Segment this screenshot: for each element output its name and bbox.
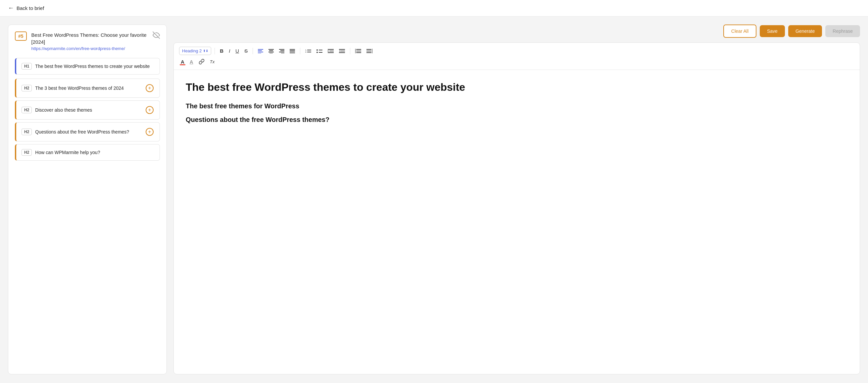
add-h2-button-2[interactable]: +	[145, 127, 154, 137]
right-panel: Clear All Save Generate Rephrase Heading…	[174, 25, 860, 374]
h2-outline-item: H2 How can WPMarmite help you?	[15, 144, 160, 161]
article-title: Best Free WordPress Themes: Choose your …	[31, 31, 148, 46]
svg-point-21	[316, 49, 318, 51]
h1-outline-item: H1 The best free WordPress themes to cre…	[15, 58, 160, 75]
article-url[interactable]: https://wpmarmite.com/en/free-wordpress-…	[31, 46, 125, 51]
save-button[interactable]: Save	[760, 25, 785, 37]
add-h2-button-1[interactable]: +	[145, 105, 154, 115]
outline-list: H1 The best free WordPress themes to cre…	[15, 58, 160, 161]
h2-outline-item: H2 Discover also these themes +	[15, 100, 160, 120]
indent-left-icon	[355, 49, 361, 53]
h2-group: H2 The 3 best free WordPress themes of 2…	[15, 79, 160, 161]
text-color-icon: A	[181, 59, 184, 65]
article-title-group: Best Free WordPress Themes: Choose your …	[31, 31, 148, 51]
italic-button[interactable]: I	[227, 47, 232, 55]
underline-icon: U	[236, 48, 239, 54]
indent-left-button[interactable]	[353, 48, 363, 54]
unordered-list-button[interactable]	[315, 48, 324, 54]
text-color-button[interactable]: A	[179, 58, 186, 66]
justify-button[interactable]	[288, 48, 297, 54]
h1-text: The best free WordPress themes to create…	[35, 64, 150, 69]
bold-icon: B	[220, 48, 223, 54]
align-left-icon	[258, 49, 263, 53]
h2-badge-2: H2	[22, 128, 32, 135]
add-circle-icon-2: +	[146, 128, 154, 136]
increase-indent-button[interactable]	[326, 48, 335, 54]
h2-outline-item: H2 The 3 best free WordPress themes of 2…	[15, 79, 160, 98]
h2-badge-3: H2	[22, 149, 32, 156]
action-toolbar: Clear All Save Generate Rephrase	[174, 25, 860, 38]
align-left-button[interactable]	[256, 48, 265, 54]
link-icon	[198, 59, 205, 65]
h2-outline-item: H2 Questions about the free WordPress th…	[15, 122, 160, 142]
svg-point-23	[316, 52, 318, 53]
highlight-icon: A	[190, 59, 193, 65]
unordered-list-icon	[316, 49, 322, 53]
strikethrough-button[interactable]: S	[243, 47, 249, 55]
clear-format-button[interactable]: Tx	[208, 58, 216, 65]
align-center-icon	[269, 49, 274, 53]
justify-icon	[290, 49, 295, 53]
h2-badge-0: H2	[22, 85, 32, 91]
strikethrough-icon: S	[244, 48, 248, 54]
generate-button[interactable]: Generate	[788, 25, 822, 37]
decrease-indent-icon	[339, 49, 345, 53]
editor-panel: Heading 2 ⬆⬇ B I U S	[174, 42, 860, 374]
top-nav: ← Back to brief	[0, 0, 868, 17]
highlight-button[interactable]: A	[188, 58, 195, 66]
decrease-indent-button[interactable]	[337, 48, 347, 54]
hide-icon[interactable]	[153, 31, 160, 40]
add-circle-icon-0: +	[146, 84, 154, 92]
italic-icon: I	[229, 48, 230, 54]
indent-right-icon	[367, 49, 372, 53]
heading-select-label: Heading 2	[182, 48, 202, 53]
align-right-icon	[279, 49, 284, 53]
color-underline-icon	[180, 64, 185, 65]
link-button[interactable]	[197, 58, 206, 66]
underline-button[interactable]: U	[234, 47, 241, 55]
h2-text-2: Questions about the free WordPress theme…	[35, 129, 142, 135]
h2-text-1: Discover also these themes	[35, 107, 142, 113]
add-circle-icon-1: +	[146, 106, 154, 114]
back-arrow-icon: ←	[8, 5, 14, 11]
bold-button[interactable]: B	[218, 47, 225, 55]
main-layout: #5 Best Free WordPress Themes: Choose yo…	[0, 17, 868, 382]
h2-text-0: The 3 best free WordPress themes of 2024	[35, 86, 142, 91]
h1-badge: H1	[22, 63, 32, 69]
article-header: #5 Best Free WordPress Themes: Choose yo…	[15, 31, 160, 51]
back-to-brief-button[interactable]: ← Back to brief	[8, 5, 44, 11]
heading-select-chevrons-icon: ⬆⬇	[203, 49, 208, 53]
increase-indent-icon	[328, 49, 334, 53]
ordered-list-button[interactable]: 1. 2.	[304, 48, 313, 54]
editor-toolbar: Heading 2 ⬆⬇ B I U S	[174, 43, 860, 70]
svg-text:2.: 2.	[305, 51, 307, 53]
editor-content[interactable]: The best free WordPress themes to create…	[174, 70, 860, 374]
editor-h1[interactable]: The best free WordPress themes to create…	[186, 81, 848, 94]
editor-h2-2[interactable]: Questions about the free WordPress theme…	[186, 116, 848, 124]
rephrase-button[interactable]: Rephrase	[825, 25, 860, 37]
indent-right-button[interactable]	[365, 48, 374, 54]
heading-select-button[interactable]: Heading 2 ⬆⬇	[179, 47, 211, 55]
left-panel: #5 Best Free WordPress Themes: Choose yo…	[8, 25, 167, 374]
h2-text-3: How can WPMarmite help you?	[35, 150, 154, 155]
toolbar-divider-1	[215, 48, 215, 54]
toolbar-divider-3	[300, 48, 300, 54]
back-to-brief-label: Back to brief	[17, 5, 44, 11]
editor-h2-1[interactable]: The best free themes for WordPress	[186, 102, 848, 110]
h2-badge-1: H2	[22, 107, 32, 113]
align-center-button[interactable]	[267, 48, 275, 54]
toolbar-divider-2	[253, 48, 253, 54]
article-number-badge: #5	[15, 31, 27, 41]
add-h2-button-0[interactable]: +	[145, 84, 154, 93]
align-right-button[interactable]	[277, 48, 286, 54]
clear-all-button[interactable]: Clear All	[723, 25, 756, 38]
toolbar-divider-4	[350, 48, 350, 54]
clear-format-icon: Tx	[210, 59, 215, 64]
ordered-list-icon: 1. 2.	[305, 49, 311, 53]
